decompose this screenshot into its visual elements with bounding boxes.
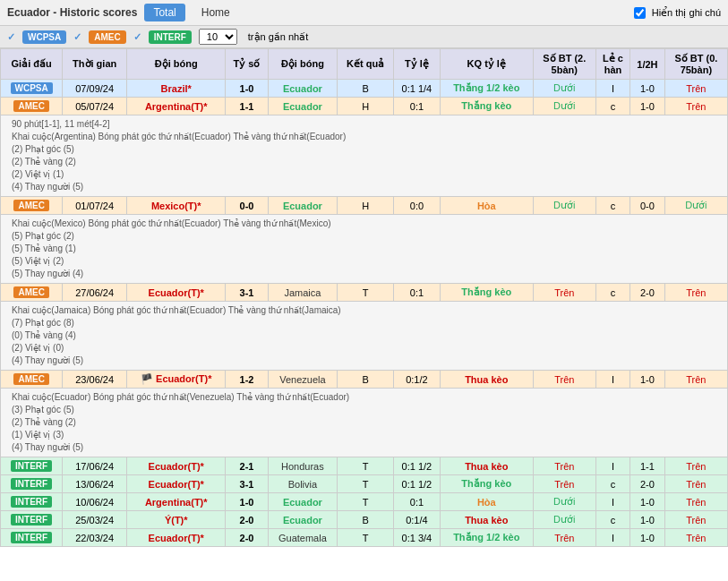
odds-result: Thắng kèo <box>440 475 533 493</box>
table-row: INTERF10/06/24Argentina(T)*1-0EcuadorT0:… <box>1 493 728 511</box>
score: 2-1 <box>226 457 268 475</box>
odds: 0:1 <box>393 98 440 115</box>
table-row: AMEC23/06/24🏴 Ecuador(T)*1-2VenezuelaB0:… <box>1 371 728 389</box>
match-date: 05/07/24 <box>63 98 127 115</box>
header-tyso: Tỷ số <box>226 49 268 80</box>
header-12h: 1/2H <box>630 49 665 80</box>
score: 2-0 <box>226 529 268 547</box>
score: 1-1 <box>226 98 268 115</box>
team2[interactable]: Ecuador <box>268 98 338 115</box>
team1[interactable]: Argentina(T)* <box>127 493 226 511</box>
header-kq: Kết quả <box>338 49 394 80</box>
match-detail-row: Khai cuộc(Mexico) Bóng phát góc thứ nhất… <box>1 215 728 284</box>
handicap: c <box>595 98 630 115</box>
over-under-075: Trên <box>664 529 727 547</box>
league-badge: INTERF <box>1 493 63 511</box>
match-detail: Khai cuộc(Jamaica) Bóng phát góc thứ nhấ… <box>1 302 728 371</box>
league-badge: AMEC <box>1 284 63 302</box>
odds: 0:0 <box>393 197 440 215</box>
scores-table: Giải đấu Thời gian Đội bóng Tỷ số Đội bó… <box>0 48 728 547</box>
team1[interactable]: Ecuador(T)* <box>127 284 226 302</box>
team2[interactable]: Honduras <box>268 457 338 475</box>
odds-result: Thua kèo <box>440 511 533 529</box>
score: 3-1 <box>226 475 268 493</box>
over-under-075: Trên <box>664 284 727 302</box>
score: 1-0 <box>226 80 268 98</box>
team2[interactable]: Bolivia <box>268 475 338 493</box>
table-row: INTERF22/03/24Ecuador(T)*2-0GuatemalaT0:… <box>1 529 728 547</box>
team2[interactable]: Guatemala <box>268 529 338 547</box>
display-toggle[interactable]: Hiển thị ghi chú <box>634 7 721 19</box>
score: 1-2 <box>226 371 268 389</box>
header-sbt1: Số BT (2.5bàn) <box>533 49 595 80</box>
result-code: T <box>338 475 394 493</box>
over-under-25: Trên <box>533 529 595 547</box>
match-detail-row: 90 phút[1-1], 11 mét[4-2] Khai cuộc(Arge… <box>1 115 728 197</box>
recent-count-select[interactable]: 5 10 15 20 <box>199 29 237 45</box>
odds-result: Thắng kèo <box>440 284 533 302</box>
team2[interactable]: Jamaica <box>268 284 338 302</box>
match-date: 25/03/24 <box>63 511 127 529</box>
table-row: AMEC05/07/24Argentina(T)*1-1EcuadorH0:1T… <box>1 98 728 115</box>
result-code: H <box>338 197 394 215</box>
team1[interactable]: Argentina(T)* <box>127 98 226 115</box>
team1[interactable]: Ý(T)* <box>127 511 226 529</box>
table-row: INTERF17/06/24Ecuador(T)*2-1HondurasT0:1… <box>1 457 728 475</box>
team2[interactable]: Venezuela <box>268 371 338 389</box>
check-wcpsa: ✓ <box>7 31 15 43</box>
team2[interactable]: Ecuador <box>268 493 338 511</box>
halftime-score: 1-0 <box>630 493 665 511</box>
badge-wcpsa[interactable]: WCPSA <box>22 30 66 44</box>
score: 3-1 <box>226 284 268 302</box>
odds: 0:1 3/4 <box>393 529 440 547</box>
over-under-25: Dưới <box>533 197 595 215</box>
over-under-25: Trên <box>533 284 595 302</box>
odds: 0:1/2 <box>393 371 440 389</box>
header-lec: Lẻ chàn <box>595 49 630 80</box>
halftime-score: 1-0 <box>630 511 665 529</box>
odds-result: Hòa <box>440 197 533 215</box>
team1[interactable]: 🏴 Ecuador(T)* <box>127 371 226 389</box>
badge-amec[interactable]: AMEC <box>89 30 125 44</box>
team1[interactable]: Ecuador(T)* <box>127 457 226 475</box>
badge-interf[interactable]: INTERF <box>149 30 192 44</box>
header-tyle: Tỷ lệ <box>393 49 440 80</box>
result-code: T <box>338 457 394 475</box>
over-under-075: Trên <box>664 371 727 389</box>
recent-label: trận gần nhất <box>248 31 308 43</box>
team1[interactable]: Ecuador(T)* <box>127 529 226 547</box>
tab-home[interactable]: Home <box>193 4 239 21</box>
team1[interactable]: Mexico(T)* <box>127 197 226 215</box>
header-tg: Thời gian <box>63 49 127 80</box>
halftime-score: 1-1 <box>630 457 665 475</box>
odds-result: Thắng 1/2 kèo <box>440 529 533 547</box>
over-under-075: Trên <box>664 493 727 511</box>
header-giai: Giải đấu <box>1 49 63 80</box>
team2[interactable]: Ecuador <box>268 197 338 215</box>
table-row: INTERF25/03/24Ý(T)*2-0EcuadorB0:1/4Thua … <box>1 511 728 529</box>
over-under-075: Trên <box>664 457 727 475</box>
handicap: I <box>595 80 630 98</box>
handicap: c <box>595 511 630 529</box>
handicap: I <box>595 529 630 547</box>
team2[interactable]: Ecuador <box>268 511 338 529</box>
score: 0-0 <box>226 197 268 215</box>
score: 1-0 <box>226 493 268 511</box>
over-under-25: Dưới <box>533 98 595 115</box>
table-row: AMEC27/06/24Ecuador(T)*3-1JamaicaT0:1Thắ… <box>1 284 728 302</box>
handicap: I <box>595 457 630 475</box>
tab-total[interactable]: Total <box>144 4 184 21</box>
display-checkbox[interactable] <box>634 7 646 19</box>
match-detail-row: Khai cuộc(Ecuador) Bóng phát góc thứ nhấ… <box>1 389 728 457</box>
league-badge: AMEC <box>1 371 63 389</box>
over-under-25: Dưới <box>533 511 595 529</box>
match-date: 13/06/24 <box>63 475 127 493</box>
team2[interactable]: Ecuador <box>268 80 338 98</box>
team1[interactable]: Ecuador(T)* <box>127 475 226 493</box>
over-under-075: Dưới <box>664 197 727 215</box>
league-badge: INTERF <box>1 529 63 547</box>
table-row: INTERF13/06/24Ecuador(T)*3-1BoliviaT0:1 … <box>1 475 728 493</box>
display-label: Hiển thị ghi chú <box>652 7 721 19</box>
result-code: B <box>338 371 394 389</box>
team1[interactable]: Brazil* <box>127 80 226 98</box>
